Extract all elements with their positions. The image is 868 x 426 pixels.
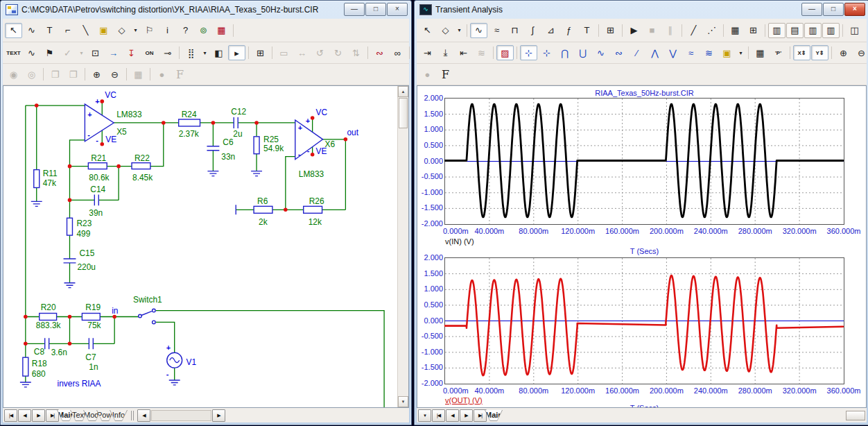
y-scale-button[interactable]: Y⇕ bbox=[811, 45, 828, 60]
resistor-r18[interactable] bbox=[23, 357, 28, 376]
find-button[interactable]: ∞ bbox=[389, 45, 406, 60]
branch-dropdown-button[interactable]: ▾ bbox=[736, 45, 745, 60]
vertical-cursor-button[interactable]: ⊹ bbox=[538, 45, 555, 60]
go-to-global-high-button[interactable]: ⋀ bbox=[646, 45, 663, 60]
go-to-bottom-button[interactable]: ≋ bbox=[700, 45, 718, 60]
slope-tool-button[interactable]: ⤢ bbox=[864, 23, 868, 38]
select-mode-button[interactable]: ↖ bbox=[419, 23, 436, 38]
pattern-right-button[interactable]: ▥ bbox=[822, 23, 840, 38]
schematic-canvas[interactable]: LM833 X5 R11 47k R21 80.6k R22 8.45k C14… bbox=[3, 85, 409, 408]
component-mode-button[interactable]: ▣ bbox=[95, 23, 112, 38]
measure-horizontal-button[interactable]: ⊓ bbox=[506, 23, 523, 38]
resistor-r19[interactable] bbox=[82, 314, 100, 321]
node-number-display-button[interactable]: ⊡ bbox=[87, 45, 104, 60]
resistor-r24[interactable] bbox=[179, 119, 200, 126]
pattern-vertical-button[interactable]: ▥ bbox=[768, 23, 785, 38]
next-page-button[interactable]: ▶ bbox=[32, 409, 45, 422]
go-to-global-low-button[interactable]: ⋁ bbox=[664, 45, 682, 60]
hscroll-right-button[interactable]: ▶ bbox=[212, 409, 225, 422]
shape-mode-button[interactable]: ◇ bbox=[113, 23, 130, 38]
next-simulation-point-button[interactable]: ⇥ bbox=[419, 45, 436, 60]
resistor-r6[interactable] bbox=[254, 206, 272, 213]
split-window-button[interactable]: ◧ bbox=[210, 45, 227, 60]
go-to-branch-button[interactable]: ▣ bbox=[718, 45, 736, 60]
numeric-output-button[interactable]: ▦ bbox=[752, 45, 769, 60]
wire-mode-button[interactable]: ∿ bbox=[23, 23, 40, 38]
ortho-wire-mode-button[interactable]: ⌐ bbox=[59, 23, 76, 38]
resistor-r25[interactable] bbox=[254, 137, 259, 154]
hscroll[interactable] bbox=[846, 410, 865, 421]
help-mode-button[interactable]: ? bbox=[177, 23, 194, 38]
zoom-in-button[interactable]: ⊕ bbox=[88, 67, 105, 82]
condition-display-button[interactable]: ON bbox=[141, 45, 158, 60]
select-tool-button[interactable]: ↖ bbox=[5, 23, 22, 38]
flag-mode-button[interactable]: ⚐ bbox=[141, 23, 158, 38]
scroll-up-button[interactable]: ▲ bbox=[398, 86, 408, 97]
digital-path-button[interactable]: ▦ bbox=[213, 23, 230, 38]
close-button[interactable]: × bbox=[844, 3, 865, 16]
first-page-button[interactable]: |◀ bbox=[4, 409, 17, 422]
last-page-button[interactable]: ▶| bbox=[46, 409, 59, 422]
resistor-r26[interactable] bbox=[304, 206, 322, 213]
current-display-button[interactable]: → bbox=[105, 45, 122, 60]
zoom-out-button[interactable]: ⊖ bbox=[106, 67, 123, 82]
tab-info[interactable]: Info bbox=[110, 410, 128, 421]
line-tool-button[interactable]: ╱ bbox=[685, 23, 702, 38]
font-tool-button[interactable]: F bbox=[437, 67, 454, 82]
analysis-canvas[interactable]: RIAA_Texas_50Hz-burst.CIR2.0001.5001.000… bbox=[417, 85, 867, 408]
plot-dropdown-button[interactable]: ▾ bbox=[418, 409, 431, 422]
capacitor-c14[interactable] bbox=[94, 194, 98, 205]
measure-vertical-button[interactable]: ∫ bbox=[524, 23, 541, 38]
scale-mode-button[interactable]: ∿ bbox=[470, 23, 487, 38]
schematic-window[interactable]: C:\MC9\DATA\Petrov\switching distortion\… bbox=[0, 0, 412, 425]
prev-page-button[interactable]: ◀ bbox=[446, 409, 459, 422]
properties-button[interactable]: ⊞ bbox=[252, 45, 269, 60]
tag-function-button[interactable]: ƒ bbox=[560, 23, 578, 38]
plot-frame[interactable] bbox=[444, 257, 844, 384]
power-display-button[interactable]: ↧ bbox=[123, 45, 140, 60]
capacitor-c7[interactable] bbox=[89, 338, 93, 349]
capacitor-c6[interactable] bbox=[207, 146, 219, 151]
next-intersection-button[interactable]: ⤓ bbox=[437, 45, 454, 60]
both-cursors-button[interactable]: ⇤ bbox=[455, 45, 472, 60]
line-mode-button[interactable]: ╲ bbox=[77, 23, 94, 38]
scroll-down-button[interactable]: ▼ bbox=[398, 396, 408, 407]
capacitor-c8[interactable] bbox=[45, 338, 49, 349]
polyline-tool-button[interactable]: ⋰ bbox=[703, 23, 720, 38]
resistor-r20[interactable] bbox=[40, 314, 57, 321]
hscroll-thumb[interactable] bbox=[846, 411, 865, 420]
resistor-r21[interactable] bbox=[88, 163, 107, 169]
go-to-performance-button[interactable]: 'P' bbox=[770, 45, 787, 60]
pin-connection-display-button[interactable]: ⚑ bbox=[41, 45, 58, 60]
first-page-button[interactable]: |◀ bbox=[432, 409, 445, 422]
last-page-button[interactable]: ▶| bbox=[474, 409, 487, 422]
prev-page-button[interactable]: ◀ bbox=[18, 409, 31, 422]
maximize-button[interactable]: □ bbox=[365, 3, 386, 16]
zoom-out-button[interactable]: ⊖ bbox=[853, 45, 868, 60]
analysis-window-titlebar[interactable]: ∿ Transient Analysis —□× bbox=[415, 1, 868, 18]
switch1[interactable] bbox=[139, 309, 155, 323]
schematic-vertical-scrollbar[interactable]: ▲ ▼ bbox=[397, 86, 408, 407]
resistor-r22[interactable] bbox=[132, 163, 150, 169]
data-point-grid-button[interactable]: ▦ bbox=[727, 23, 744, 38]
browse-web-button[interactable]: ⊚ bbox=[195, 23, 212, 38]
next-page-button[interactable]: ▶ bbox=[460, 409, 473, 422]
text-mode-button[interactable]: T bbox=[41, 23, 58, 38]
go-to-peak-button[interactable]: ⋂ bbox=[556, 45, 573, 60]
minimize-button[interactable]: — bbox=[801, 3, 822, 16]
tag-value-button[interactable]: ⊿ bbox=[542, 23, 559, 38]
minimize-button[interactable]: — bbox=[344, 3, 365, 16]
close-button[interactable]: × bbox=[387, 3, 408, 16]
capacitor-c12[interactable] bbox=[234, 117, 238, 128]
split-panes-button[interactable]: ◫ bbox=[846, 23, 863, 38]
cursor-mode-button[interactable]: ≈ bbox=[488, 23, 505, 38]
grid-dropdown-button[interactable]: ▾ bbox=[200, 45, 209, 60]
pin-display-button[interactable]: ⊸ bbox=[159, 45, 176, 60]
graphics-mode-button[interactable]: ◇ bbox=[437, 23, 454, 38]
data-points-toggle-button[interactable]: ▨ bbox=[496, 45, 514, 60]
run-button[interactable]: ▶ bbox=[625, 23, 643, 38]
resistor-r11[interactable] bbox=[34, 170, 40, 188]
grid-panel-button[interactable]: ⊞ bbox=[745, 23, 762, 38]
source-v1[interactable] bbox=[167, 352, 182, 368]
scroll-track[interactable] bbox=[398, 129, 408, 396]
